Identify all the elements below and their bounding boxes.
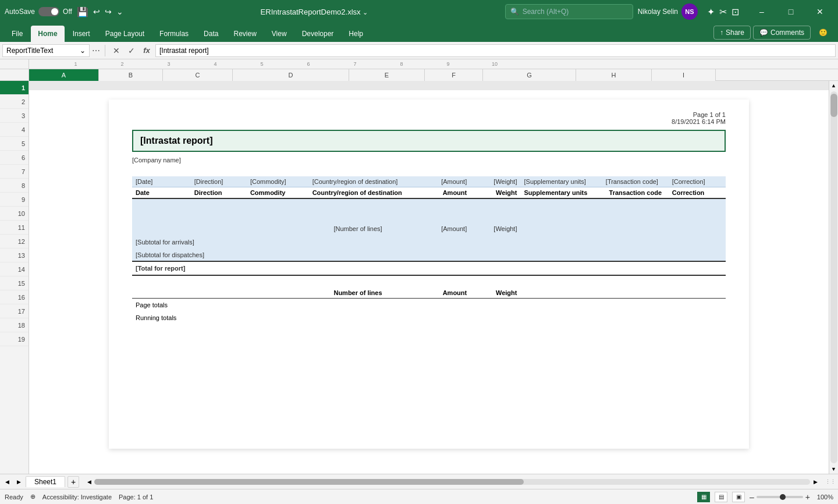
data-row-8[interactable]: [Number of lines] [Amount] [Weight] xyxy=(132,222,726,236)
emoji-button[interactable]: 🙂 xyxy=(813,26,833,39)
zoom-in-icon[interactable]: + xyxy=(805,492,810,502)
zoom-thumb[interactable] xyxy=(780,494,786,500)
zoom-out-icon[interactable]: – xyxy=(750,492,754,502)
minimize-button[interactable]: – xyxy=(748,0,775,23)
sheet-tab-sheet1[interactable]: Sheet1 xyxy=(26,476,65,487)
col-header-d[interactable]: D xyxy=(233,69,349,81)
total-row[interactable]: [Total for report] xyxy=(132,261,726,275)
col-header-f[interactable]: F xyxy=(425,69,483,81)
redo-icon[interactable]: ↪ xyxy=(105,7,112,16)
name-box-dropdown[interactable]: ⌄ xyxy=(80,47,86,55)
col-header-b[interactable]: B xyxy=(99,69,163,81)
weight-cell: [Weight] xyxy=(470,222,520,236)
maximize-button[interactable]: □ xyxy=(777,0,804,23)
fx-button[interactable]: fx xyxy=(140,44,153,57)
subtotal-arrivals-row[interactable]: [Subtotal for arrivals] xyxy=(132,236,726,249)
horizontal-scrollbar[interactable]: ◀ ▶ xyxy=(81,478,823,485)
search-box[interactable]: 🔍 Search (Alt+Q) xyxy=(505,4,633,19)
tab-view[interactable]: View xyxy=(265,26,294,42)
hscroll-left[interactable]: ◀ xyxy=(86,478,92,485)
more-icon[interactable]: ⌄ xyxy=(116,7,123,16)
row-num-18[interactable]: 18 xyxy=(0,318,29,332)
normal-view-button[interactable]: ▦ xyxy=(697,492,710,502)
col-header-e[interactable]: E xyxy=(349,69,425,81)
tab-home[interactable]: Home xyxy=(31,26,64,42)
confirm-button-formula[interactable]: ✓ xyxy=(125,44,138,57)
accessibility-icon[interactable]: ⊕ xyxy=(30,493,35,501)
tab-data[interactable]: Data xyxy=(197,26,225,42)
col-header-c[interactable]: C xyxy=(163,69,233,81)
sheet-content[interactable]: Page 1 of 1 8/19/2021 6:14 PM [Intrastat… xyxy=(29,81,829,474)
header-label-row[interactable]: Date Direction Commodity Country/region … xyxy=(132,187,726,199)
data-row-6[interactable] xyxy=(132,198,726,210)
scroll-up-button[interactable]: ▲ xyxy=(830,81,838,90)
share-button[interactable]: ↑ Share xyxy=(713,26,751,40)
hscroll-track[interactable] xyxy=(94,479,810,485)
save-icon[interactable]: 💾 xyxy=(77,6,88,17)
col-header-a[interactable]: A xyxy=(29,69,99,81)
row-num-9[interactable]: 9 xyxy=(0,193,29,207)
row-num-2[interactable]: 2 xyxy=(0,95,29,109)
row-num-15[interactable]: 15 xyxy=(0,276,29,290)
row-num-13[interactable]: 13 xyxy=(0,249,29,262)
name-box[interactable]: ReportTitleText ⌄ xyxy=(2,44,90,57)
company-name-cell[interactable]: [Company name] xyxy=(132,154,726,166)
row-num-5[interactable]: 5 xyxy=(0,137,29,151)
vertical-scrollbar[interactable]: ▲ ▼ xyxy=(829,81,838,474)
row-num-6[interactable]: 6 xyxy=(0,151,29,165)
ribbon-icon-3[interactable]: ⊡ xyxy=(732,6,739,17)
sheet-scroll-left[interactable]: ◀ xyxy=(2,477,12,487)
page-totals-row[interactable]: Page totals xyxy=(132,299,726,311)
row-num-16[interactable]: 16 xyxy=(0,290,29,304)
search-icon: 🔍 xyxy=(510,8,519,16)
ribbon-icon-1[interactable]: ✦ xyxy=(707,6,715,17)
vertical-scroll-thumb[interactable] xyxy=(830,94,837,117)
user-avatar[interactable]: NS xyxy=(681,3,698,20)
formula-input[interactable] xyxy=(155,44,836,57)
comments-button[interactable]: 💬 Comments xyxy=(753,26,811,40)
scroll-down-button[interactable]: ▼ xyxy=(830,464,838,474)
header-bracket-row[interactable]: [Date] [Direction] [Commodity] [Country/… xyxy=(132,176,726,187)
close-button[interactable]: ✕ xyxy=(807,0,833,23)
subtotal-dispatches-row[interactable]: [Subtotal for dispatches] xyxy=(132,249,726,261)
formula-more-icon[interactable]: ⋯ xyxy=(92,46,100,55)
tab-formulas[interactable]: Formulas xyxy=(152,26,196,42)
report-title-cell[interactable]: [Intrastat report] xyxy=(132,130,726,152)
col-header-g[interactable]: G xyxy=(483,69,576,81)
row-num-4[interactable]: 4 xyxy=(0,123,29,137)
add-sheet-button[interactable]: + xyxy=(68,476,79,488)
undo-icon[interactable]: ↩ xyxy=(93,7,100,16)
tab-review[interactable]: Review xyxy=(226,26,263,42)
tab-insert[interactable]: Insert xyxy=(66,26,97,42)
row-num-1[interactable]: 1 xyxy=(0,81,29,95)
row-num-19[interactable]: 19 xyxy=(0,332,29,346)
autosave-toggle[interactable] xyxy=(38,7,59,16)
ribbon-icon-2[interactable]: ✂ xyxy=(719,6,727,17)
vertical-scroll-track[interactable] xyxy=(830,91,837,463)
sheet-scroll-right[interactable]: ▶ xyxy=(14,477,23,487)
row-num-10[interactable]: 10 xyxy=(0,207,29,221)
tab-page-layout[interactable]: Page Layout xyxy=(98,26,151,42)
row-num-17[interactable]: 17 xyxy=(0,304,29,318)
row-num-14[interactable]: 14 xyxy=(0,262,29,276)
row-num-8[interactable]: 8 xyxy=(0,179,29,193)
row-num-7[interactable]: 7 xyxy=(0,165,29,179)
running-totals-row[interactable]: Running totals xyxy=(132,311,726,324)
page-break-view-button[interactable]: ▣ xyxy=(732,492,745,502)
tab-file[interactable]: File xyxy=(5,26,30,42)
filename-dropdown-icon[interactable]: ⌄ xyxy=(363,9,368,16)
col-header-i[interactable]: I xyxy=(652,69,716,81)
row-num-12[interactable]: 12 xyxy=(0,235,29,249)
cancel-button-formula[interactable]: ✕ xyxy=(110,44,123,57)
hscroll-thumb[interactable] xyxy=(94,479,524,485)
hscroll-right[interactable]: ▶ xyxy=(812,478,818,485)
page-layout-view-button[interactable]: ▤ xyxy=(715,492,727,502)
empty-row-19 xyxy=(132,363,726,375)
col-header-h[interactable]: H xyxy=(576,69,652,81)
data-row-7[interactable] xyxy=(132,210,726,222)
tab-developer[interactable]: Developer xyxy=(295,26,341,42)
row-num-11[interactable]: 11 xyxy=(0,221,29,235)
tab-help[interactable]: Help xyxy=(342,26,370,42)
zoom-slider[interactable] xyxy=(757,496,803,498)
row-num-3[interactable]: 3 xyxy=(0,109,29,123)
